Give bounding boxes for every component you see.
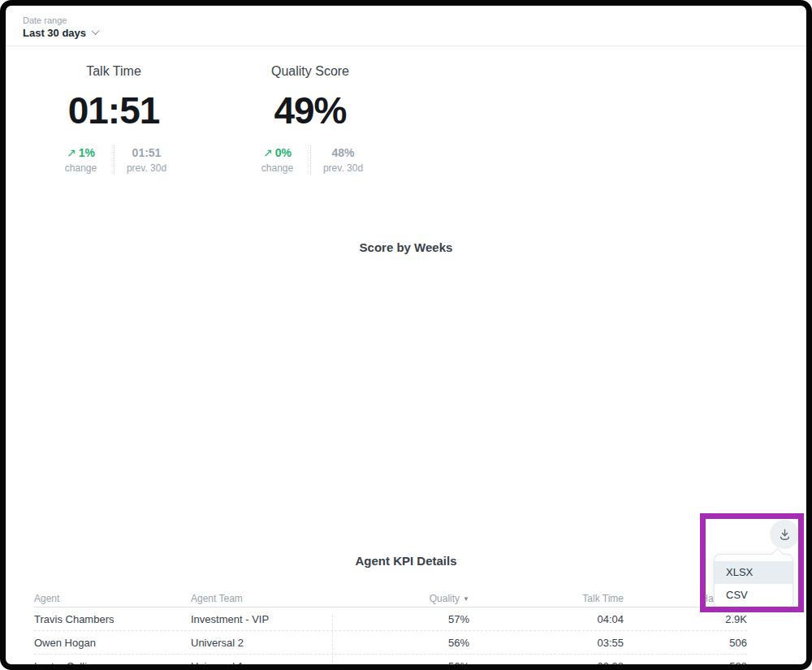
column-divider bbox=[332, 615, 333, 670]
kpi-value: 49% bbox=[274, 92, 346, 129]
table-row[interactable]: Lester CollinsUniversal 156%03:38588 bbox=[34, 655, 747, 670]
chevron-down-icon bbox=[92, 27, 100, 35]
table-cell: 03:55 bbox=[469, 637, 624, 649]
divider bbox=[114, 145, 114, 174]
date-range-selector[interactable]: Last 30 days bbox=[23, 27, 98, 39]
date-range-value: Last 30 days bbox=[23, 27, 86, 39]
download-button[interactable] bbox=[770, 520, 799, 549]
table-cell: 588 bbox=[624, 660, 747, 670]
kpi-title: Talk Time bbox=[86, 64, 141, 79]
export-option-csv[interactable]: CSV bbox=[715, 584, 793, 607]
table-cell: 57% bbox=[333, 613, 469, 625]
table-cell: 04:04 bbox=[469, 613, 624, 625]
kpi-prev-value: 01:51 bbox=[132, 145, 162, 160]
date-range-label: Date range bbox=[23, 15, 67, 25]
column-header-quality[interactable]: Quality▼ bbox=[333, 593, 469, 604]
kpi-change: ↗1% bbox=[67, 145, 95, 160]
table-cell: 56% bbox=[333, 660, 469, 670]
agent-kpi-table: AgentAgent TeamQuality▼Talk TimeHandled … bbox=[34, 593, 747, 670]
trend-up-icon: ↗ bbox=[263, 146, 273, 159]
export-option-xlsx[interactable]: XLSX bbox=[715, 561, 793, 584]
divider bbox=[310, 145, 311, 174]
chart-canvas: 30%40%50%60%70%W23/2019W24/2019W25/2019W… bbox=[65, 268, 788, 489]
kpi-change: ↗0% bbox=[263, 145, 292, 160]
menu-notch bbox=[771, 548, 784, 561]
table-cell: Lester Collins bbox=[34, 660, 191, 670]
table-cell: Universal 2 bbox=[191, 637, 333, 649]
sort-desc-icon: ▼ bbox=[463, 595, 469, 603]
kpi-change-label: change bbox=[261, 162, 293, 174]
table-header-row: AgentAgent TeamQuality▼Talk TimeHandled … bbox=[34, 593, 747, 607]
table-title: Agent KPI Details bbox=[6, 554, 806, 568]
chart-title: Score by Weeks bbox=[6, 240, 806, 254]
table-cell: 03:38 bbox=[469, 660, 624, 670]
column-header-talk-time[interactable]: Talk Time bbox=[469, 593, 624, 604]
table-cell: Owen Hogan bbox=[34, 637, 191, 649]
dashboard-window: Date range Last 30 days Talk Time 01:51 … bbox=[0, 0, 812, 670]
kpi-quality-score: Quality Score 49% ↗0% change 48% prev. 3… bbox=[221, 64, 400, 174]
topbar: Date range Last 30 days bbox=[6, 6, 806, 46]
column-header-agent-team[interactable]: Agent Team bbox=[191, 593, 333, 604]
table-cell: Universal 1 bbox=[191, 660, 333, 670]
kpi-prev-label: prev. 30d bbox=[323, 162, 363, 174]
table-cell: Travis Chambers bbox=[34, 613, 191, 625]
kpi-talk-time: Talk Time 01:51 ↗1% change 01:51 prev. 3… bbox=[24, 64, 203, 174]
export-menu: XLSXCSV bbox=[714, 554, 793, 609]
download-icon bbox=[778, 528, 792, 542]
table-row[interactable]: Travis ChambersInvestment - VIP57%04:042… bbox=[34, 607, 747, 631]
kpi-change-label: change bbox=[65, 162, 97, 174]
kpi-value: 01:51 bbox=[68, 92, 160, 129]
score-by-weeks-chart: 30%40%50%60%70%W23/2019W24/2019W25/2019W… bbox=[65, 268, 788, 489]
trend-up-icon: ↗ bbox=[67, 146, 76, 159]
table-body: Travis ChambersInvestment - VIP57%04:042… bbox=[34, 607, 747, 670]
table-cell: Investment - VIP bbox=[191, 613, 333, 625]
table-cell: 2.9K bbox=[624, 613, 747, 625]
table-row[interactable]: Owen HoganUniversal 256%03:55506 bbox=[34, 631, 747, 655]
kpi-prev-value: 48% bbox=[331, 145, 354, 160]
kpi-title: Quality Score bbox=[271, 64, 349, 79]
column-header-agent[interactable]: Agent bbox=[34, 593, 191, 604]
table-cell: 506 bbox=[624, 637, 747, 649]
kpi-prev-label: prev. 30d bbox=[127, 162, 166, 174]
table-cell: 56% bbox=[333, 637, 469, 649]
